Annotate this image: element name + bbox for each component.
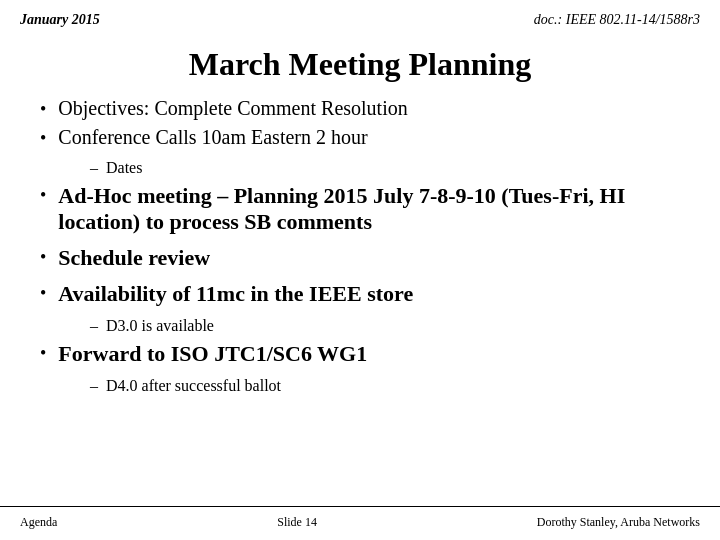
bullet-text-availability: Availability of 11mc in the IEEE store: [58, 281, 413, 307]
sub-text-d4: D4.0 after successful ballot: [106, 377, 281, 395]
bullet-conference: • Conference Calls 10am Eastern 2 hour: [40, 126, 680, 149]
bullet-symbol-3: •: [40, 185, 46, 206]
header-doc: doc.: IEEE 802.11-14/1588r3: [534, 12, 700, 28]
sub-d3: – D3.0 is available: [90, 317, 680, 335]
bullet-availability: • Availability of 11mc in the IEEE store: [40, 281, 680, 307]
bullet-text-forward: Forward to ISO JTC1/SC6 WG1: [58, 341, 367, 367]
header-date: January 2015: [20, 12, 100, 28]
sub-dash-1: –: [90, 159, 98, 177]
bullet-text-conference: Conference Calls 10am Eastern 2 hour: [58, 126, 367, 149]
slide-container: January 2015 doc.: IEEE 802.11-14/1588r3…: [0, 0, 720, 540]
sub-d4: – D4.0 after successful ballot: [90, 377, 680, 395]
footer-slide-number: Slide 14: [277, 515, 317, 530]
bullet-symbol-1: •: [40, 99, 46, 120]
slide-header: January 2015 doc.: IEEE 802.11-14/1588r3: [0, 0, 720, 36]
bullet-symbol-4: •: [40, 247, 46, 268]
slide-footer: Agenda Slide 14 Dorothy Stanley, Aruba N…: [0, 506, 720, 540]
bullet-text-adhoc: Ad-Hoc meeting – Planning 2015 July 7-8-…: [58, 183, 680, 235]
sub-dash-2: –: [90, 317, 98, 335]
bullet-symbol-2: •: [40, 128, 46, 149]
bullet-symbol-6: •: [40, 343, 46, 364]
sub-text-d3: D3.0 is available: [106, 317, 214, 335]
slide-title: March Meeting Planning: [0, 36, 720, 97]
bullet-forward: • Forward to ISO JTC1/SC6 WG1: [40, 341, 680, 367]
footer-agenda: Agenda: [20, 515, 57, 530]
slide-content: • Objectives: Complete Comment Resolutio…: [0, 97, 720, 506]
bullet-text-objectives: Objectives: Complete Comment Resolution: [58, 97, 407, 120]
sub-dash-3: –: [90, 377, 98, 395]
bullet-objectives: • Objectives: Complete Comment Resolutio…: [40, 97, 680, 120]
footer-author: Dorothy Stanley, Aruba Networks: [537, 515, 700, 530]
bullet-symbol-5: •: [40, 283, 46, 304]
bullet-schedule: • Schedule review: [40, 245, 680, 271]
bullet-text-schedule: Schedule review: [58, 245, 210, 271]
sub-dates: – Dates: [90, 159, 680, 177]
sub-text-dates: Dates: [106, 159, 142, 177]
bullet-adhoc: • Ad-Hoc meeting – Planning 2015 July 7-…: [40, 183, 680, 235]
